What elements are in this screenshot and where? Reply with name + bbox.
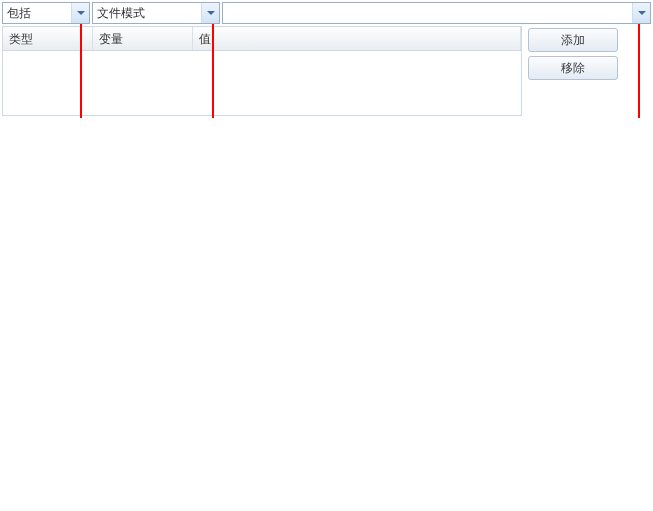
grid-side-buttons: 添加 移除 [528, 26, 628, 116]
filter-value-combo[interactable] [222, 2, 651, 24]
filter-mode-value: 文件模式 [97, 5, 145, 22]
filter-mode-combo[interactable]: 文件模式 [92, 2, 220, 24]
grid-col-variable[interactable]: 变量 [93, 27, 193, 50]
filter-type-value: 包括 [7, 5, 31, 22]
annotation-arrow-icon [638, 24, 640, 118]
add-button[interactable]: 添加 [528, 28, 618, 52]
top-filter-bar: 包括 文件模式 [2, 2, 651, 24]
remove-button[interactable]: 移除 [528, 56, 618, 80]
chevron-down-icon[interactable] [632, 3, 650, 23]
filter-value-input[interactable] [227, 4, 626, 22]
grid-col-value[interactable]: 值 [193, 27, 521, 50]
filter-type-combo[interactable]: 包括 [2, 2, 90, 24]
annotation-arrow-icon [80, 24, 82, 118]
annotation-arrow-icon [212, 24, 214, 118]
chevron-down-icon[interactable] [71, 3, 89, 23]
chevron-down-icon[interactable] [201, 3, 219, 23]
